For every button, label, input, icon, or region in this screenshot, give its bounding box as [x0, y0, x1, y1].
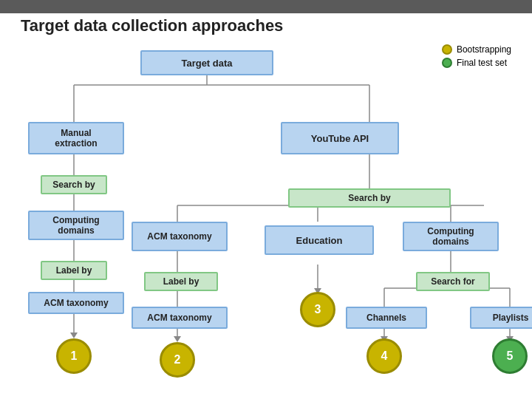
- page-title: Target data collection approaches: [21, 16, 283, 35]
- education-box: Education: [265, 225, 374, 255]
- search-for-label: Search for: [431, 276, 474, 287]
- circle-2: 2: [160, 342, 195, 378]
- circle-3-label: 3: [315, 303, 321, 316]
- bootstrapping-label: Bootstrapping: [457, 44, 511, 55]
- label-by-left-label: Label by: [56, 265, 92, 276]
- channels-box: Channels: [346, 307, 427, 329]
- playlists-label: Playlists: [493, 313, 529, 323]
- circle-2-label: 2: [174, 353, 181, 366]
- manual-extraction-label: Manual extraction: [55, 128, 97, 149]
- search-for-box: Search for: [416, 272, 490, 291]
- acm-taxonomy-mid2-label: ACM taxonomy: [147, 313, 211, 323]
- computing-domains-right-box: Computing domains: [403, 222, 499, 251]
- acm-taxonomy-mid-label: ACM taxonomy: [147, 231, 211, 242]
- search-by-right-label: Search by: [348, 193, 390, 203]
- search-by-left-box: Search by: [41, 175, 107, 194]
- final-test-label: Final test set: [457, 58, 507, 68]
- circle-5-label: 5: [507, 349, 514, 363]
- acm-taxonomy-left-label: ACM taxonomy: [44, 298, 108, 308]
- bootstrapping-dot: [442, 44, 452, 55]
- youtube-api-label: YouTube API: [311, 133, 369, 144]
- circle-1: 1: [56, 338, 92, 374]
- channels-label: Channels: [366, 313, 406, 323]
- acm-taxonomy-mid2-box: ACM taxonomy: [132, 307, 228, 329]
- search-by-left-label: Search by: [52, 180, 95, 190]
- legend: Bootstrapping Final test set: [442, 44, 511, 68]
- circle-4-label: 4: [381, 349, 388, 363]
- computing-domains-left-box: Computing domains: [28, 211, 124, 240]
- label-by-left-box: Label by: [41, 261, 107, 280]
- header-bar: [0, 0, 532, 13]
- label-by-mid-box: Label by: [144, 272, 218, 291]
- circle-5: 5: [492, 338, 528, 374]
- playlists-box: Playlists: [470, 307, 532, 329]
- search-by-right-box: Search by: [288, 188, 451, 208]
- acm-taxonomy-mid-box: ACM taxonomy: [132, 222, 228, 251]
- target-data-label: Target data: [181, 58, 232, 69]
- target-data-box: Target data: [140, 50, 273, 75]
- circle-4: 4: [366, 338, 402, 374]
- acm-taxonomy-left-box: ACM taxonomy: [28, 292, 124, 314]
- circle-3: 3: [300, 292, 335, 327]
- label-by-mid-label: Label by: [163, 276, 200, 287]
- education-label: Education: [296, 235, 343, 246]
- final-test-dot: [442, 58, 452, 68]
- manual-extraction-box: Manual extraction: [28, 122, 124, 154]
- youtube-api-box: YouTube API: [281, 122, 399, 154]
- legend-final-test: Final test set: [442, 58, 511, 68]
- computing-domains-right-label: Computing domains: [427, 226, 474, 247]
- legend-bootstrapping: Bootstrapping: [442, 44, 511, 55]
- circle-1-label: 1: [71, 349, 78, 363]
- computing-domains-left-label: Computing domains: [52, 215, 99, 236]
